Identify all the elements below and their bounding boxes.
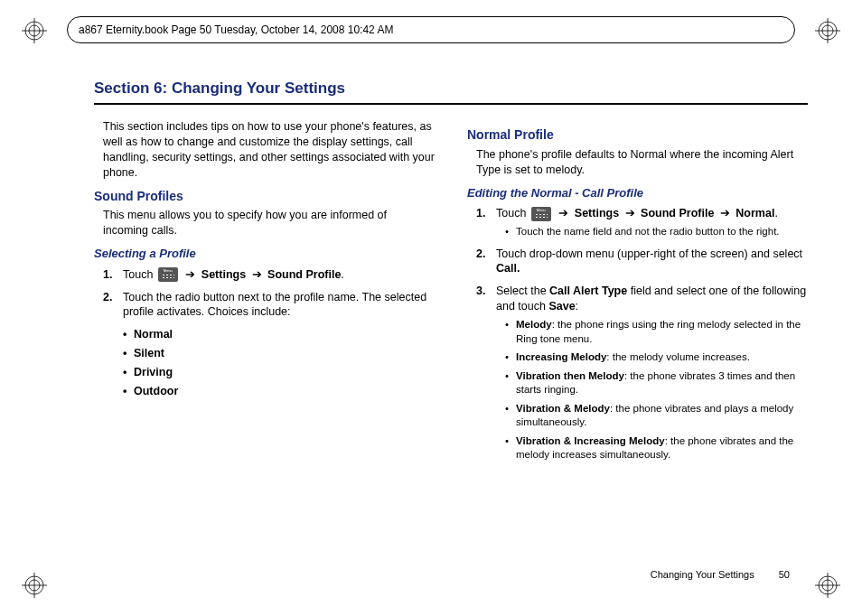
crop-mark-icon xyxy=(815,18,840,43)
choice-item: Silent xyxy=(134,346,435,361)
choice-item: Driving xyxy=(134,365,435,380)
option-item: Vibration & Melody: the phone vibrates a… xyxy=(507,402,808,430)
editing-normal-heading: Editing the Normal - Call Profile xyxy=(467,185,808,201)
title-rule xyxy=(94,103,808,105)
step-item: Touch ➔ Settings ➔ Sound Profile. xyxy=(123,267,435,283)
menu-icon xyxy=(158,267,178,282)
arrow-icon: ➔ xyxy=(625,207,635,219)
arrow-icon: ➔ xyxy=(720,207,730,219)
option-item: Vibration & Increasing Melody: the phone… xyxy=(507,434,808,462)
choice-item: Outdoor xyxy=(134,384,435,399)
page-content: Section 6: Changing Your Settings This s… xyxy=(94,79,808,553)
sound-profiles-intro: This menu allows you to specify how you … xyxy=(103,208,435,238)
left-column: This section includes tips on how to use… xyxy=(94,119,435,470)
sub-note: Touch the name field and not the radio b… xyxy=(507,225,808,239)
page-footer: Changing Your Settings 50 xyxy=(651,569,790,580)
menu-icon xyxy=(531,207,551,221)
normal-profile-heading: Normal Profile xyxy=(467,126,808,144)
arrow-icon: ➔ xyxy=(252,268,262,281)
section-title: Section 6: Changing Your Settings xyxy=(94,79,808,98)
crop-mark-icon xyxy=(815,573,840,598)
step-item: Select the Call Alert Type field and sel… xyxy=(496,284,808,462)
page-number: 50 xyxy=(779,569,790,580)
step-item: Touch ➔ Settings ➔ Sound Profile ➔ Norma… xyxy=(496,206,808,238)
crop-mark-icon xyxy=(22,18,47,43)
option-item: Increasing Melody: the melody volume inc… xyxy=(507,350,808,365)
step-item: Touch drop-down menu (upper-right of the… xyxy=(496,247,808,277)
crop-mark-icon xyxy=(22,573,47,598)
option-item: Vibration then Melody: the phone vibrate… xyxy=(507,369,808,397)
arrow-icon: ➔ xyxy=(185,268,195,281)
step-item: Touch the radio button next to the profi… xyxy=(123,290,435,321)
arrow-icon: ➔ xyxy=(558,207,568,219)
footer-label: Changing Your Settings xyxy=(651,569,754,580)
section-intro: This section includes tips on how to use… xyxy=(103,119,435,181)
header-text: a867 Eternity.book Page 50 Tuesday, Octo… xyxy=(79,23,393,36)
choice-item: Normal xyxy=(134,327,435,342)
page-header-bar: a867 Eternity.book Page 50 Tuesday, Octo… xyxy=(67,16,795,43)
selecting-profile-heading: Selecting a Profile xyxy=(94,246,435,262)
right-column: Normal Profile The phone's profile defau… xyxy=(467,119,808,470)
sound-profiles-heading: Sound Profiles xyxy=(94,188,435,205)
normal-profile-intro: The phone's profile defaults to Normal w… xyxy=(476,147,808,178)
option-item: Melody: the phone rings using the ring m… xyxy=(507,318,808,346)
